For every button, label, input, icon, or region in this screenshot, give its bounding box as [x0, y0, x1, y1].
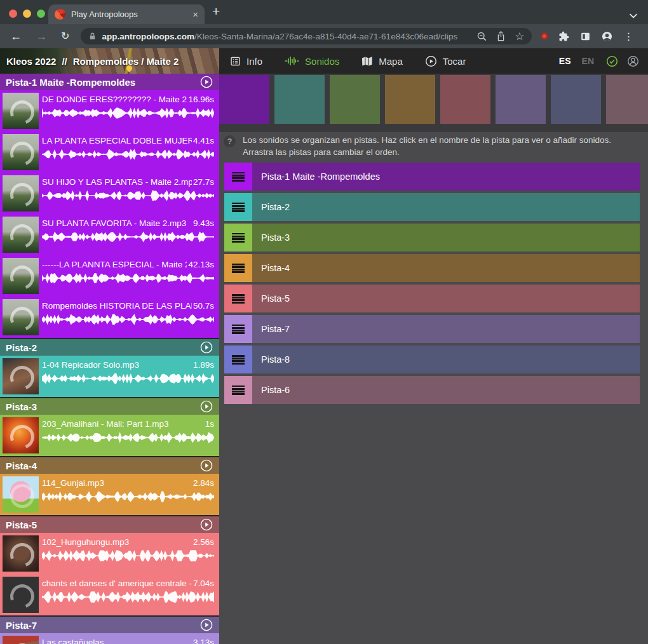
sidebar-clip[interactable]: ------LA PLANNTA ESPECIAL - Maite 2.mp34…: [0, 255, 219, 297]
drag-handle-icon: [232, 264, 245, 273]
drag-handle-icon: [232, 233, 245, 243]
sidebar-track-header[interactable]: Pista-1 Maite -Rompemoldes: [0, 74, 219, 90]
sidebar-clip[interactable]: SU PLANTA FAVORITA - Maite 2.mp39.43s: [0, 214, 219, 255]
url-bar[interactable]: app.antropoloops.com/Kleos-Santa-Marina/…: [81, 28, 532, 44]
language-en-button[interactable]: EN: [582, 56, 594, 66]
track-play-button[interactable]: [199, 459, 213, 473]
sidebar-clip[interactable]: 114_Gunjai.mp32.84s: [0, 474, 219, 515]
clip-duration: 27.7s: [193, 177, 214, 187]
sidebar-track-header[interactable]: Pista-7: [0, 617, 219, 633]
breadcrumb[interactable]: Kleos 2022 // Rompemoldes / Maite 2: [0, 48, 219, 74]
main-track-body[interactable]: Pista-5: [252, 285, 640, 312]
clip-waveform: [42, 591, 214, 603]
main-track-row[interactable]: Pista-5: [224, 285, 640, 312]
nav-item-info[interactable]: Info: [230, 56, 262, 67]
sidebar-clip[interactable]: DE DONDE ERES???????? - Maite 2.mp316.96…: [0, 90, 219, 131]
drag-handle[interactable]: [224, 376, 252, 404]
forward-button[interactable]: →: [36, 30, 47, 42]
track-play-button[interactable]: [199, 75, 213, 89]
sidebar-clip[interactable]: 203_Amalihani - Mali: Part 1.mp31s: [0, 415, 219, 456]
browser-menu-icon[interactable]: ⋮: [623, 30, 633, 43]
clip-waveform: [42, 149, 214, 160]
drag-handle[interactable]: [224, 285, 252, 312]
drag-handle[interactable]: [224, 163, 252, 191]
main-track-row[interactable]: Pista-2: [224, 193, 640, 221]
help-row: ? Los sonidos se organizan en pistas. Ha…: [224, 134, 642, 158]
sidebar-clip[interactable]: SU HIJO Y LAS PLANTAS - Maite 2.mp327.7s: [0, 173, 219, 214]
track-play-button[interactable]: [199, 518, 213, 532]
main-track-body[interactable]: Pista-2: [252, 193, 640, 221]
track-play-button[interactable]: [199, 399, 213, 413]
clip-thumbnail: [3, 358, 39, 394]
browser-tab[interactable]: Play Antropoloops ×: [48, 4, 205, 24]
main-track-body[interactable]: Pista-7: [252, 315, 640, 343]
help-text: Los sonidos se organizan en pistas. Haz …: [243, 134, 642, 158]
track-play-button[interactable]: [199, 340, 213, 354]
sidebar-track-header[interactable]: Pista-4: [0, 457, 219, 474]
breadcrumb-project[interactable]: Kleos 2022: [6, 56, 56, 67]
sidebar-track-header[interactable]: Pista-2: [0, 339, 219, 356]
sidebar-clip[interactable]: 102_Hunguhungu.mp32.56s: [0, 533, 219, 574]
sidebar-track-header[interactable]: Pista-5: [0, 516, 219, 533]
main-track-row[interactable]: Pista-6: [224, 376, 640, 404]
nav-item-tocar[interactable]: Tocar: [425, 55, 466, 67]
new-tab-button[interactable]: +: [212, 4, 220, 19]
main-track-body[interactable]: Pista-4: [252, 254, 640, 282]
main-track-row[interactable]: Pista-4: [224, 254, 640, 282]
sidebar-clip[interactable]: chants et danses d' amerique centrale - …: [0, 574, 219, 615]
track-play-button[interactable]: [199, 618, 213, 632]
drag-handle-icon: [232, 325, 245, 334]
sidebar-track-name: Pista-2: [6, 342, 199, 353]
main-track-body[interactable]: Pista-8: [252, 345, 640, 373]
sidebar-track-section: Pista-4114_Gunjai.mp32.84s: [0, 457, 219, 515]
sidebar-clip[interactable]: LA PLANTA ESPECIAL DOBLE MUJER - Mai...4…: [0, 131, 219, 173]
sidebar-track-header[interactable]: Pista-3: [0, 398, 219, 415]
tab-search-chevron-icon[interactable]: [629, 10, 638, 21]
zoom-icon[interactable]: [476, 31, 487, 42]
main-track-body[interactable]: Pista-1 Maite -Rompemoldes: [252, 163, 640, 191]
sidebar-clip[interactable]: Las castañuelas3.13s: [0, 633, 219, 644]
clip-waveform: [42, 432, 214, 443]
clip-thumbnail: [3, 134, 39, 170]
clip-title: SU HIJO Y LAS PLANTAS - Maite 2.mp3: [42, 177, 192, 187]
sidebar-clip[interactable]: 1-04 Repicador Solo.mp31.89s: [0, 356, 219, 397]
sidebar-track-name: Pista-5: [6, 520, 199, 530]
sidebar-clip[interactable]: Rompemoldes HISTORIA DE LAS PLANTAS...50…: [0, 297, 219, 338]
share-icon[interactable]: [496, 30, 506, 42]
main-track-row[interactable]: Pista-3: [224, 224, 640, 252]
palette-swatch-2: [274, 75, 325, 124]
drag-handle[interactable]: [224, 345, 252, 373]
bookmark-star-icon[interactable]: ☆: [515, 30, 524, 43]
drag-handle[interactable]: [224, 224, 252, 252]
main-track-row[interactable]: Pista-8: [224, 345, 640, 373]
sync-check-icon[interactable]: [606, 55, 618, 67]
clip-title: SU PLANTA FAVORITA - Maite 2.mp3: [42, 218, 192, 228]
nav-item-mapa[interactable]: Mapa: [361, 56, 403, 67]
tab-title: Play Antropoloops: [71, 10, 187, 19]
main-track-rows: Pista-1 Maite -RompemoldesPista-2Pista-3…: [224, 163, 640, 404]
profile-avatar[interactable]: [601, 30, 613, 43]
account-icon[interactable]: [627, 55, 639, 67]
reload-button[interactable]: ↻: [61, 31, 69, 41]
main-track-row[interactable]: Pista-1 Maite -Rompemoldes: [224, 163, 640, 191]
nav-item-sonidos[interactable]: Sonidos: [285, 56, 339, 67]
language-es-button[interactable]: ES: [559, 56, 571, 66]
main-track-body[interactable]: Pista-3: [252, 224, 640, 252]
drag-handle[interactable]: [224, 193, 252, 221]
tab-close-icon[interactable]: ×: [192, 9, 198, 20]
extensions-puzzle-icon[interactable]: [558, 30, 570, 42]
clip-title: DE DONDE ERES???????? - Maite 2.mp3: [42, 95, 187, 104]
main-track-body[interactable]: Pista-6: [252, 376, 640, 404]
drag-handle[interactable]: [224, 315, 252, 343]
maximize-window-button[interactable]: [37, 10, 45, 18]
minimize-window-button[interactable]: [23, 10, 31, 18]
palette-swatch-8: [606, 75, 648, 124]
main-track-row[interactable]: Pista-7: [224, 315, 640, 343]
side-panel-icon[interactable]: [580, 31, 591, 42]
drag-handle[interactable]: [224, 254, 252, 282]
clip-title: 1-04 Repicador Solo.mp3: [42, 360, 192, 370]
close-window-button[interactable]: [9, 10, 17, 18]
back-button[interactable]: ←: [10, 30, 22, 42]
lock-icon: [88, 32, 97, 41]
recording-indicator-icon[interactable]: [541, 32, 548, 40]
